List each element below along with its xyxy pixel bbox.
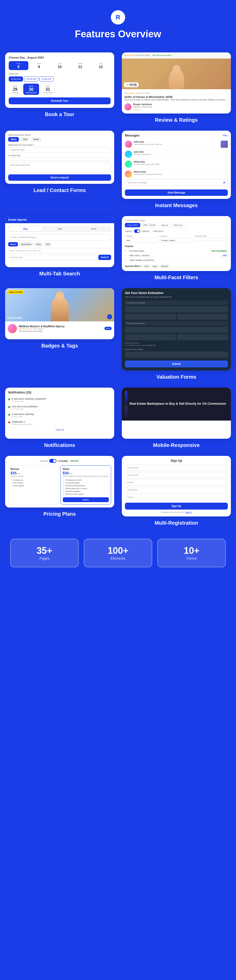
reg-firstname[interactable]: First Name [125,465,228,471]
plan-silver: Silver $30/mo Ideal for Agents seeking e… [60,465,111,504]
tour-calendar-header: Choose Day , August 2023 [9,56,111,59]
price-opt-custom[interactable]: Add yours [171,223,185,227]
cal-day-wed[interactable]: Wed 11 [70,61,90,70]
search-tab-rent[interactable]: Rent [77,226,110,231]
type-sell[interactable]: Sell [44,242,52,247]
notif-item-2: Your ad is now published. 21 hours ago [8,404,111,412]
filter-link[interactable]: Filter [223,134,228,137]
val-input-6[interactable] [177,334,228,340]
badge-special: Add [222,255,228,257]
plan-select-button[interactable]: Select [63,497,109,502]
search-main-input[interactable]: Home, Apartment,House... [8,234,111,240]
price-opt-under500[interactable]: Under $500 [125,223,140,227]
date-box-31[interactable]: AUG 31 THURSDAY [41,84,55,95]
timeslot-3[interactable]: 11:00 AM [40,76,54,81]
pricing-label: Pricing Plans [43,511,76,517]
city-input[interactable] [8,158,111,161]
reg-password[interactable]: Password [125,487,228,493]
agent-row: Matthew Bizzarro & RayWhite Agency ★★★★★… [8,324,112,333]
tag-special[interactable]: Special [159,265,169,268]
val-price-input[interactable] [125,352,228,358]
val-input-4[interactable] [125,327,228,333]
gdpr-text: GDPR Agreement☐ I consent to hav... you … [125,342,228,347]
lead-tab-what[interactable]: What [8,137,19,142]
notif-card-content: Notification (10) 5 new items matching "… [5,388,114,434]
property-type-input[interactable]: Property Type [8,147,111,153]
popular-item-1: 1 Era Real Estate... Free Cancellation [125,249,228,253]
purpose-val[interactable]: Buy [125,238,158,243]
send-icon[interactable]: ➤ [223,181,225,185]
date-box-29[interactable]: AUG 29 TUESDAY [9,84,22,95]
address-input[interactable]: Enter an address, city or ZIP code [8,248,111,253]
special-offers-tags: Free New Special [143,265,169,268]
type-val[interactable] [194,238,228,240]
lead-tab-sell[interactable]: Sell [21,137,30,142]
date-box-30[interactable]: AUG 30 WEDNESDAY [23,84,40,95]
reg-signin-row: Already have an account? Sign In [125,511,228,513]
personal-info-label: Personal Information [125,301,228,305]
feature-cell-valuation: Get Your Home Estimation This form is su… [122,288,231,380]
plan-bronze: Bronze $25/mo Great for Agents ✓ 3 listi… [8,465,59,504]
message-textarea[interactable]: Message (optional) [8,162,111,172]
timeslot-2[interactable]: 10:00 AM [24,76,38,81]
timeslot-1[interactable]: 00:00 AM [9,76,23,81]
feature-cell-filters: Custom Price range Under $500 $500 - $10… [122,216,231,280]
cal-day-tue[interactable]: Tue 10 [50,61,70,70]
type-rent[interactable]: Rent [34,242,43,247]
search-tab-buy[interactable]: Buy [9,226,42,231]
val-input-2[interactable] [125,314,176,320]
reg-signin-link[interactable]: Sign In [185,511,192,513]
price-opt-500-1000[interactable]: $500 - $1000 [141,223,158,227]
tag-new[interactable]: New [151,265,158,268]
search-tab-sell[interactable]: Sell [43,226,76,231]
val-submit-button[interactable]: Submit [125,361,228,368]
page-title: Features Overview [5,29,231,40]
view-all-link[interactable]: View All [8,428,111,431]
toggle-label: Agency [125,230,133,232]
messages-card-content: Messages Filter John Doe I would like to… [122,130,231,199]
cal-day-sun[interactable]: Sun 8 [9,61,29,70]
message-input[interactable]: Type your message [127,181,222,184]
review-bottom: ★★★★ 4.8 out of 5 (547) Seller of House … [122,89,231,113]
type-home[interactable]: Home [8,242,18,247]
messages-card: Messages Filter John Doe I would like to… [122,130,231,199]
send-request-button[interactable]: Send a request [8,174,111,181]
val-input-5[interactable] [125,334,176,340]
notifications-label: Notifications [44,442,75,448]
schedule-tour-button[interactable]: Schedule Tour [9,97,111,104]
price-opt-agency[interactable]: Agency [159,223,170,227]
agent-card-bottom: Matthew Bizzarro & RayWhite Agency ★★★★★… [5,321,114,336]
plan-feature-2: ✓ Basic listing... [11,482,57,484]
period-toggle[interactable] [49,459,57,463]
search-button[interactable]: Search [98,255,111,260]
mobile-card-content: Real Estate Marketplace to Buy & Sell Di… [122,388,231,421]
val-input-3[interactable] [177,314,228,320]
reg-phone[interactable]: Phone [125,494,228,500]
type-apartment[interactable]: Apartment [19,242,33,247]
messages-title: Messages [125,134,139,137]
cal-day-thu[interactable]: Thu 12 [91,61,111,70]
reg-email[interactable]: Email [125,479,228,485]
val-input-1[interactable] [125,306,228,312]
notif-title: Notification (10) [8,391,111,394]
location-val[interactable]: Florida, United... [160,238,193,243]
price-options: Under $500 $500 - $1000 Agency Add yours [125,223,228,227]
recom-badge: 95% [105,327,112,330]
reg-lastname[interactable]: Last Name [125,472,228,478]
review-rating-badge: ★ 4.9 (2) [124,82,139,87]
reg-submit-button[interactable]: Sign Up [125,503,228,509]
form-question-3: In what city? [8,154,111,157]
lead-tab-rent[interactable]: Rent [31,137,41,142]
cal-day-mon[interactable]: Mon 9 [29,61,49,70]
stat-forms-number: 10+ [162,546,221,556]
msg-avatar-2 [125,151,132,158]
stat-pages-label: Pages [40,556,49,560]
phone-screens [125,391,127,417]
property-type-filter[interactable]: Property Type [8,255,97,260]
tag-free[interactable]: Free [143,265,150,268]
feature-cell-pricing: Monthly Annually Save $10 Bronze $25/mo … [5,456,114,526]
send-message-button[interactable]: Send Message [125,189,228,196]
agency-toggle[interactable] [134,229,140,233]
search-card-content: Estate Agents Buy Sell Rent Home, Apartm… [5,216,114,263]
val-title: Get Your Home Estimation [125,291,228,295]
